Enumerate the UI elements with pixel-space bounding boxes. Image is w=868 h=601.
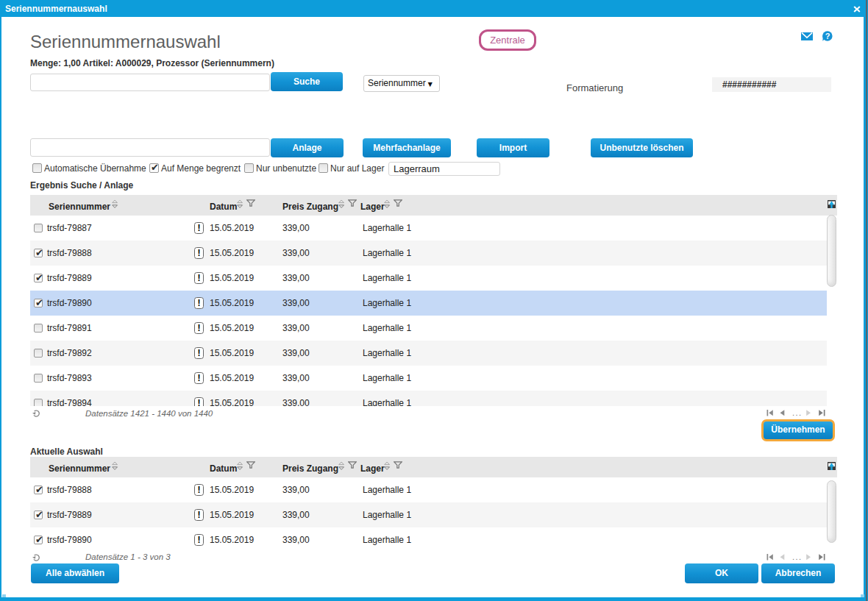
svg-text:?: ? xyxy=(825,32,830,40)
